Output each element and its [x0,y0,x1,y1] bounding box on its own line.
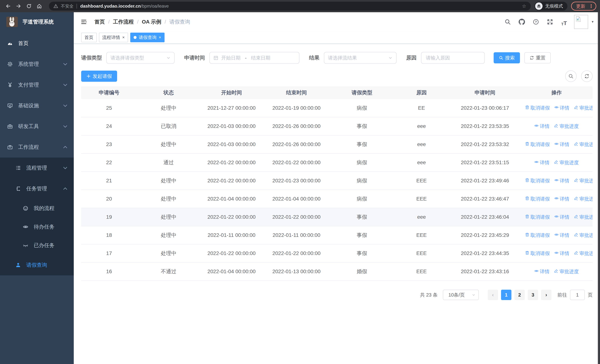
plus-icon [86,74,91,78]
browser-update-button[interactable]: 更新 ⋮ [571,2,596,10]
font-size-icon[interactable]: TT [560,18,568,26]
detail-action-link[interactable]: 详情 [554,250,569,257]
cell-id: 21 [81,172,137,190]
breadcrumb-current: 请假查询 [169,18,190,25]
breadcrumb-separator: / [137,19,139,25]
help-icon[interactable]: ? [532,18,540,26]
sidebar-item-todo-task[interactable]: 待办任务 [0,218,74,236]
avatar[interactable] [574,15,588,29]
sidebar-item-home[interactable]: 首页 [0,33,74,54]
chevron-down-icon[interactable]: ▼ [591,20,594,24]
cell-reason: eee [394,208,449,226]
sidebar-item-pay[interactable]: 支付管理 [0,75,74,95]
cell-reason: EEE [394,190,449,208]
cancel-action-link[interactable]: 取消请假 [525,232,550,239]
cancel-action-link[interactable]: 取消请假 [525,196,550,202]
next-page-icon[interactable]: › [541,290,552,300]
table-header-row: 申请编号状态开始时间结束时间请假类型原因申请时间操作 [81,86,593,99]
cancel-action-link[interactable]: 取消请假 [525,250,550,257]
sidebar-item-devtools[interactable]: 研发工具 [0,116,74,137]
detail-action-link[interactable]: 详情 [534,159,549,166]
goto-page-input[interactable] [570,290,585,300]
breadcrumb-workflow[interactable]: 工作流程 [113,18,134,25]
detail-action-link[interactable]: 详情 [554,105,569,111]
close-icon[interactable]: × [122,35,125,39]
progress-action-link[interactable]: 审批进度 [554,268,579,275]
apply-time-range-picker[interactable]: 开始日期 - 结束日期 [209,52,300,64]
calendar-icon [214,56,218,60]
reason-input[interactable] [425,55,481,61]
cell-type: 病假 [330,190,394,208]
prev-page-icon[interactable]: ‹ [488,290,498,300]
sidebar-item-workflow[interactable]: 工作流程 [0,137,74,158]
address-bar[interactable]: 不安全 dashboard.yudao.iocoder.cn /bpm/oa/l… [49,2,531,10]
chevron-down-icon [472,293,476,297]
reset-button[interactable]: 重置 [525,52,551,63]
progress-action-link[interactable]: 审批进度 [574,214,593,220]
chevron-down-icon [62,165,68,171]
browser-home-icon[interactable] [35,2,44,10]
sidebar-item-infra[interactable]: 基础设施 [0,95,74,116]
detail-action-link[interactable]: 详情 [554,177,569,184]
progress-action-link[interactable]: 审批进度 [574,105,593,111]
page-button-3[interactable]: 3 [528,290,538,300]
date-separator: - [245,55,247,61]
page-button-1[interactable]: 1 [501,290,511,300]
sidebar-item-system[interactable]: 系统管理 [0,54,74,75]
sidebar-item-leave-query[interactable]: 请假查询 [0,255,74,275]
browser-scrollbar[interactable] [598,12,600,364]
page-button-2[interactable]: 2 [514,290,525,300]
bookmark-star-icon[interactable]: ☆ [522,3,526,9]
pen-icon [574,178,580,184]
search-icon[interactable] [504,18,512,26]
progress-action-link[interactable]: 审批进度 [574,177,593,184]
cancel-action-link[interactable]: 取消请假 [525,141,550,148]
tab-流程详情[interactable]: 流程详情× [99,33,128,42]
create-leave-button[interactable]: 发起请假 [81,71,117,82]
detail-action-link[interactable]: 详情 [534,268,549,275]
cancel-action-link[interactable]: 取消请假 [525,177,550,184]
pen-icon [574,196,580,202]
tab-请假查询[interactable]: 请假查询× [130,33,165,42]
detail-action-link[interactable]: 详情 [554,232,569,239]
tab-首页[interactable]: 首页 [81,33,97,42]
detail-action-link[interactable]: 详情 [554,141,569,148]
cell-apply: 2022-01-22 23:45:29 [449,226,521,244]
result-select[interactable]: 请选择流结果 [324,52,396,64]
browser-reload-icon[interactable] [24,2,33,10]
progress-action-link[interactable]: 审批进度 [574,141,593,148]
cell-status: 通过 [137,153,200,172]
progress-action-link[interactable]: 审批进度 [554,123,579,130]
leave-type-select[interactable]: 请选择请假类型 [106,52,175,64]
breadcrumb-home[interactable]: 首页 [94,18,105,25]
detail-action-link[interactable]: 详情 [534,123,549,130]
github-icon[interactable] [518,18,526,26]
cell-status: 处理中 [137,135,200,153]
detail-action-label: 详情 [560,214,569,220]
toggle-search-icon[interactable] [565,70,577,82]
progress-action-link[interactable]: 审批进度 [574,196,593,202]
progress-action-link[interactable]: 审批进度 [554,159,579,166]
browser-back-icon[interactable] [4,2,13,10]
refresh-icon[interactable] [581,70,593,82]
cancel-action-link[interactable]: 取消请假 [525,105,550,111]
cancel-action-link[interactable]: 取消请假 [525,214,550,220]
sidebar-collapse-icon[interactable] [80,18,88,26]
sidebar-item-task-mgmt[interactable]: 任务管理 [0,178,74,199]
cell-end: 2022-01-04 00:00:00 [263,190,330,208]
close-icon[interactable]: × [159,35,161,39]
progress-action-link[interactable]: 审批进度 [574,250,593,257]
progress-action-link[interactable]: 审批进度 [574,232,593,239]
sidebar-item-done-task[interactable]: 已办任务 [0,236,74,255]
page-size-select[interactable]: 10条/页 [443,290,479,300]
breadcrumb-oa-example[interactable]: OA 示例 [142,18,161,25]
search-button[interactable]: 搜索 [494,52,520,63]
browser-menu-icon[interactable]: ⋮ [589,4,593,9]
sidebar-item-my-process[interactable]: 我的流程 [0,199,74,218]
sidebar-item-process-mgmt[interactable]: 流程管理 [0,158,74,178]
leave-type-placeholder: 请选择请假类型 [111,55,144,61]
browser-forward-icon[interactable] [14,2,23,10]
detail-action-link[interactable]: 详情 [554,214,569,220]
fullscreen-icon[interactable] [546,18,554,26]
detail-action-link[interactable]: 详情 [554,196,569,202]
